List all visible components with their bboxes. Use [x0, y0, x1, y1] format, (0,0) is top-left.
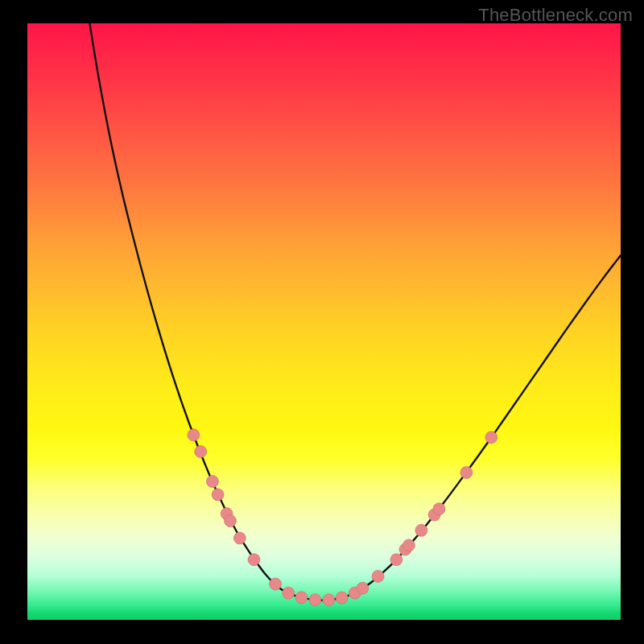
curve-marker	[372, 570, 384, 582]
curve-marker	[295, 592, 308, 604]
curve-marker	[485, 431, 497, 444]
curve-marker	[309, 594, 321, 606]
curve-marker	[323, 594, 335, 606]
curve-marker	[248, 554, 260, 566]
curve-svg	[27, 23, 621, 620]
curve-marker	[212, 489, 224, 501]
watermark-text: TheBottleneck.com	[478, 5, 633, 26]
curve-marker	[336, 592, 348, 604]
curve-marker	[206, 476, 218, 488]
curve-line	[89, 23, 621, 601]
curve-marker	[390, 554, 402, 566]
curve-marker	[270, 578, 282, 590]
curve-marker	[433, 503, 445, 515]
chart-frame: TheBottleneck.com	[0, 0, 644, 644]
curve-marker	[225, 514, 237, 526]
curve-marker	[283, 587, 295, 599]
bottleneck-curve	[89, 23, 621, 601]
curve-markers	[188, 429, 497, 606]
curve-marker	[233, 532, 246, 544]
curve-marker	[357, 582, 369, 594]
plot-area	[27, 23, 621, 620]
curve-marker	[460, 466, 473, 478]
curve-marker	[188, 429, 200, 441]
curve-marker	[402, 539, 415, 551]
curve-marker	[415, 524, 427, 536]
curve-marker	[195, 446, 207, 458]
